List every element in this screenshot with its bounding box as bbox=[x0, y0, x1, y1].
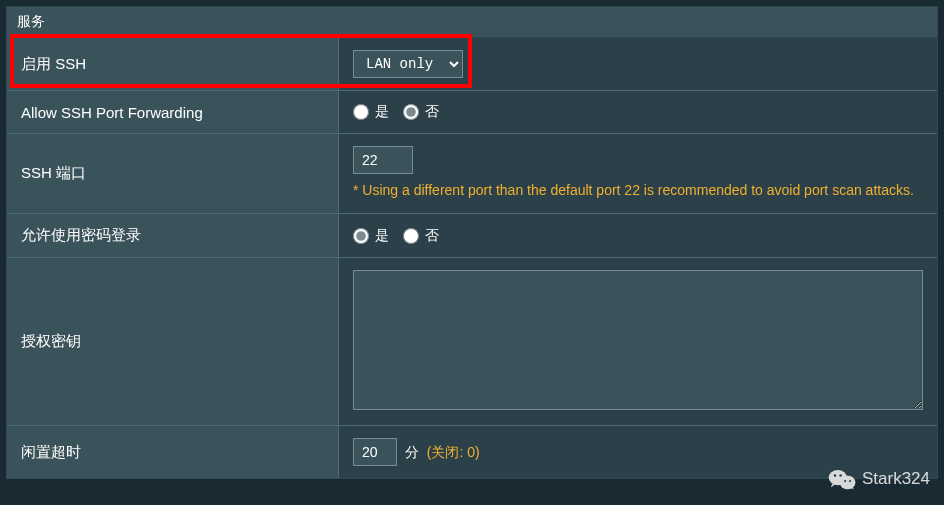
enable-ssh-select[interactable]: LAN only bbox=[353, 50, 463, 78]
row-auth-key: 授权密钥 bbox=[7, 258, 937, 426]
allow-forward-radio-group: 是 否 bbox=[353, 103, 923, 121]
svg-point-7 bbox=[849, 480, 851, 482]
ssh-port-input[interactable] bbox=[353, 146, 413, 174]
svg-point-6 bbox=[844, 480, 846, 482]
row-allow-forward: Allow SSH Port Forwarding 是 否 bbox=[7, 91, 937, 134]
allow-pw-no-label: 否 bbox=[425, 227, 439, 245]
label-enable-ssh: 启用 SSH bbox=[7, 38, 339, 91]
allow-forward-no-label: 否 bbox=[425, 103, 439, 121]
svg-point-3 bbox=[840, 476, 855, 489]
watermark: Stark324 bbox=[828, 467, 930, 491]
label-ssh-port: SSH 端口 bbox=[7, 134, 339, 214]
ssh-port-hint: * Using a different port than the defaul… bbox=[353, 180, 923, 201]
label-allow-pw: 允许使用密码登录 bbox=[7, 214, 339, 258]
watermark-text: Stark324 bbox=[862, 469, 930, 489]
idle-closed: (关闭: 0) bbox=[427, 444, 480, 460]
row-enable-ssh: 启用 SSH LAN only bbox=[7, 38, 937, 91]
allow-pw-radio-group: 是 否 bbox=[353, 227, 923, 245]
allow-pw-no-radio[interactable] bbox=[403, 228, 419, 244]
svg-point-4 bbox=[834, 474, 837, 477]
idle-input[interactable] bbox=[353, 438, 397, 466]
auth-key-textarea[interactable] bbox=[353, 270, 923, 410]
label-auth-key: 授权密钥 bbox=[7, 258, 339, 426]
svg-point-5 bbox=[839, 474, 842, 477]
allow-forward-no-radio[interactable] bbox=[403, 104, 419, 120]
row-idle: 闲置超时 分 (关闭: 0) bbox=[7, 426, 937, 479]
allow-pw-yes-label: 是 bbox=[375, 227, 389, 245]
allow-forward-yes-label: 是 bbox=[375, 103, 389, 121]
row-allow-pw: 允许使用密码登录 是 否 bbox=[7, 214, 937, 258]
settings-panel: 服务 启用 SSH LAN only Allow SSH Port Forwar… bbox=[6, 6, 938, 479]
allow-pw-yes-radio[interactable] bbox=[353, 228, 369, 244]
label-allow-forward: Allow SSH Port Forwarding bbox=[7, 91, 339, 134]
row-ssh-port: SSH 端口 * Using a different port than the… bbox=[7, 134, 937, 214]
label-idle: 闲置超时 bbox=[7, 426, 339, 479]
panel-title: 服务 bbox=[7, 7, 937, 38]
settings-table: 启用 SSH LAN only Allow SSH Port Forwardin… bbox=[7, 38, 937, 478]
idle-unit: 分 bbox=[405, 444, 419, 460]
wechat-icon bbox=[828, 467, 856, 491]
allow-forward-yes-radio[interactable] bbox=[353, 104, 369, 120]
